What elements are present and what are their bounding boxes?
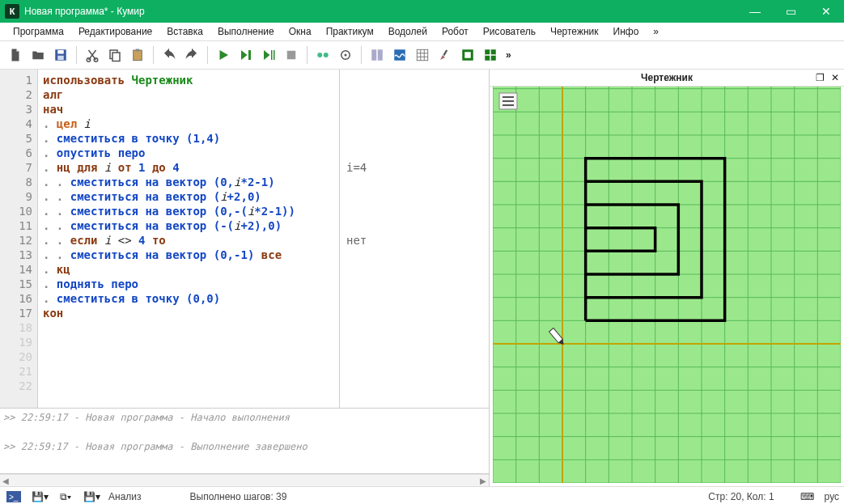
code-line[interactable]: . нц для i от 1 до 4 xyxy=(43,160,334,175)
menu-program[interactable]: Программа xyxy=(6,24,70,39)
code-line[interactable]: алг xyxy=(43,87,334,102)
menu-run[interactable]: Выполнение xyxy=(211,24,281,39)
actor-robot-button[interactable] xyxy=(312,44,333,66)
code-line[interactable] xyxy=(43,364,334,379)
copy-status-icon[interactable]: ⧉▾ xyxy=(57,489,74,504)
svg-rect-23 xyxy=(464,52,471,58)
code-line[interactable]: . сместиться в точку (1,4) xyxy=(43,131,334,146)
code-line[interactable] xyxy=(43,320,334,335)
toggle-margin-button[interactable] xyxy=(367,44,388,66)
svg-rect-20 xyxy=(417,49,428,61)
green-panel-2-button[interactable] xyxy=(480,44,501,66)
svg-rect-18 xyxy=(378,49,383,61)
step-button[interactable] xyxy=(235,44,257,66)
menu-edit[interactable]: Редактирование xyxy=(72,24,159,39)
toolbar: » xyxy=(0,41,844,70)
analysis-label: Анализ xyxy=(108,491,142,502)
svg-point-14 xyxy=(324,53,329,57)
svg-rect-11 xyxy=(274,50,275,60)
menu-bar: Программа Редактирование Вставка Выполне… xyxy=(0,23,844,41)
status-bar: >_ 💾▾ ⧉▾ 💾▾ Анализ Выполнено шагов: 39 С… xyxy=(0,486,844,504)
open-file-button[interactable] xyxy=(28,44,49,66)
code-line[interactable]: нач xyxy=(43,102,334,116)
svg-point-16 xyxy=(345,54,347,57)
menu-windows[interactable]: Окна xyxy=(282,24,318,39)
title-bar: К Новая программа* - Кумир ― ▭ ✕ xyxy=(0,0,844,23)
code-line[interactable]: . опустить перо xyxy=(43,146,334,160)
panel-close-button[interactable]: ✕ xyxy=(831,72,839,83)
code-line[interactable]: . кц xyxy=(43,262,334,277)
menu-vodoley[interactable]: Водолей xyxy=(382,24,434,39)
save-status-icon[interactable]: 💾▾ xyxy=(31,489,49,504)
editor-margin: i=4 нет xyxy=(339,70,489,408)
code-line[interactable]: . цел i xyxy=(43,116,334,131)
svg-rect-7 xyxy=(134,50,142,61)
code-line[interactable] xyxy=(43,379,334,393)
code-line[interactable]: . . сместиться на вектор (-(i+2),0) xyxy=(43,218,334,233)
run-button[interactable] xyxy=(213,44,234,66)
menu-info[interactable]: Инфо xyxy=(607,24,646,39)
code-line[interactable] xyxy=(43,335,334,349)
svg-text:>_: >_ xyxy=(9,493,19,502)
code-editor[interactable]: использовать Чертежникалгнач . цел i . с… xyxy=(38,70,339,408)
keyboard-icon[interactable]: ⌨ xyxy=(799,489,816,504)
canvas-area[interactable] xyxy=(490,87,844,486)
stop-button[interactable] xyxy=(281,44,302,66)
output-console[interactable]: >> 22:59:17 - Новая программа - Начало в… xyxy=(0,409,489,474)
paste-button[interactable] xyxy=(127,44,148,66)
blue-panel-button[interactable] xyxy=(389,44,410,66)
cut-button[interactable] xyxy=(82,44,103,66)
code-line[interactable]: . . сместиться на вектор (0,-1) все xyxy=(43,248,334,262)
steps-label: Выполнено шагов: 39 xyxy=(190,491,287,502)
cursor-pos-label: Стр: 20, Кол: 1 xyxy=(708,491,774,502)
grid-button[interactable] xyxy=(412,44,433,66)
svg-rect-1 xyxy=(57,50,64,54)
brush-button[interactable] xyxy=(435,44,456,66)
actor-settings-button[interactable] xyxy=(335,44,356,66)
lang-label[interactable]: рус xyxy=(825,491,839,502)
svg-rect-6 xyxy=(112,53,120,61)
app-icon: К xyxy=(5,4,19,19)
minimize-button[interactable]: ― xyxy=(737,0,773,23)
panel-detach-button[interactable]: ❐ xyxy=(816,72,825,83)
redo-button[interactable] xyxy=(181,44,202,66)
code-line[interactable]: . поднять перо xyxy=(43,277,334,291)
panel-header: Чертежник ❐ ✕ xyxy=(490,70,844,87)
drawing-canvas[interactable] xyxy=(493,87,841,483)
menu-practice[interactable]: Практикум xyxy=(320,24,380,39)
line-gutter: 12345678910111213141516171819202122 xyxy=(0,70,38,408)
maximize-button[interactable]: ▭ xyxy=(773,0,808,23)
toolbar-overflow[interactable]: » xyxy=(506,49,511,61)
code-line[interactable]: кон xyxy=(43,306,334,320)
scroll-left-arrow[interactable]: ◀ xyxy=(0,475,11,486)
svg-rect-21 xyxy=(443,49,447,56)
new-file-button[interactable] xyxy=(5,44,26,66)
code-line[interactable]: . сместиться в точку (0,0) xyxy=(43,291,334,306)
save-button[interactable] xyxy=(50,44,71,66)
undo-button[interactable] xyxy=(159,44,180,66)
horizontal-scrollbar[interactable]: ◀ ▶ xyxy=(0,474,489,486)
code-line[interactable]: использовать Чертежник xyxy=(43,73,334,87)
menu-robot[interactable]: Робот xyxy=(435,24,475,39)
copy-button[interactable] xyxy=(104,44,125,66)
code-line[interactable]: . . сместиться на вектор (0,i*2-1) xyxy=(43,175,334,189)
code-line[interactable]: . . если i <> 4 то xyxy=(43,233,334,248)
scroll-right-arrow[interactable]: ▶ xyxy=(477,475,489,486)
menu-more[interactable]: » xyxy=(647,24,665,39)
code-line[interactable]: . . сместиться на вектор (i+2,0) xyxy=(43,189,334,204)
menu-chertezhnik[interactable]: Чертежник xyxy=(544,24,605,39)
console-toggle-button[interactable]: >_ xyxy=(5,489,23,504)
green-panel-1-button[interactable] xyxy=(457,44,478,66)
close-button[interactable]: ✕ xyxy=(808,0,844,23)
svg-rect-17 xyxy=(371,49,376,61)
window-title: Новая программа* - Кумир xyxy=(24,6,145,17)
save-2-status-icon[interactable]: 💾▾ xyxy=(83,489,100,504)
code-line[interactable]: . . сместиться на вектор (0,-(i*2-1)) xyxy=(43,204,334,218)
menu-insert[interactable]: Вставка xyxy=(160,24,210,39)
code-line[interactable] xyxy=(43,349,334,364)
step-over-button[interactable] xyxy=(258,44,279,66)
svg-rect-2 xyxy=(57,56,64,60)
svg-rect-10 xyxy=(271,50,273,60)
menu-drawer[interactable]: Рисователь xyxy=(477,24,542,39)
svg-point-13 xyxy=(317,53,322,57)
